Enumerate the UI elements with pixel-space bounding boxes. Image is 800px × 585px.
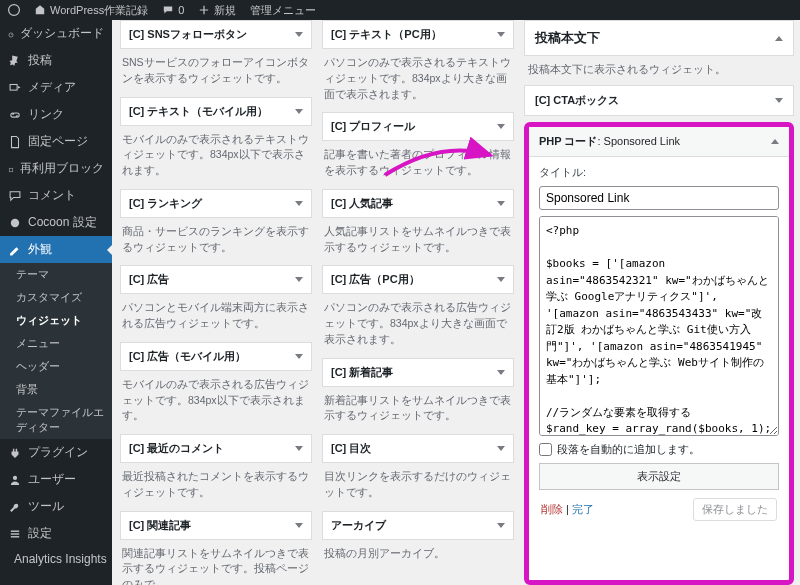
widget-title: [C] 新着記事 (331, 365, 393, 380)
available-widget[interactable]: [C] 人気記事 (322, 189, 514, 218)
new-content[interactable]: 新規 (198, 3, 236, 18)
widget-title: [C] SNSフォローボタン (129, 27, 247, 42)
comments-count[interactable]: 0 (162, 4, 184, 16)
widget-description: 関連記事リストをサムネイルつきで表示するウィジェットです。投稿ページのみで (120, 544, 312, 586)
chevron-down-icon (497, 124, 505, 129)
widget-title: [C] テキスト（PC用） (331, 27, 442, 42)
admin-menu-link[interactable]: 管理メニュー (250, 3, 316, 18)
admin-bar: WordPress作業記録 0 新規 管理メニュー (0, 0, 800, 20)
available-widget[interactable]: [C] 関連記事 (120, 511, 312, 540)
svg-point-0 (9, 5, 20, 16)
widget-description: パソコンのみで表示されるテキストウィジェットです。834pxより大きな画面で表示… (322, 53, 514, 108)
php-code-textarea[interactable]: <?php $books = ['[amazon asin="486354232… (539, 216, 779, 436)
submenu-widgets[interactable]: ウィジェット (0, 309, 112, 332)
menu-comments[interactable]: コメント (0, 182, 112, 209)
menu-analytics[interactable]: Analytics Insights (0, 547, 112, 571)
svg-rect-2 (10, 84, 17, 90)
chevron-down-icon (497, 446, 505, 451)
widget-title: [C] ランキング (129, 196, 202, 211)
available-widget[interactable]: [C] 広告 (120, 265, 312, 294)
menu-cocoon[interactable]: Cocoon 設定 (0, 209, 112, 236)
menu-pages[interactable]: 固定ページ (0, 128, 112, 155)
block-icon (8, 162, 14, 176)
menu-plugins[interactable]: プラグイン (0, 439, 112, 466)
svg-point-4 (11, 218, 19, 226)
submenu-themes[interactable]: テーマ (0, 263, 112, 286)
sidebar-area-desc: 投稿本文下に表示されるウィジェット。 (524, 56, 794, 85)
settings-icon (8, 527, 22, 541)
menu-users[interactable]: ユーザー (0, 466, 112, 493)
widget-title: [C] 広告（PC用） (331, 272, 420, 287)
available-widget[interactable]: [C] 目次 (322, 434, 514, 463)
menu-media[interactable]: メディア (0, 74, 112, 101)
widget-description: 商品・サービスのランキングを表示するウィジェットです。 (120, 222, 312, 262)
cocoon-icon (8, 216, 22, 230)
available-widget[interactable]: [C] SNSフォローボタン (120, 20, 312, 49)
submenu-background[interactable]: 背景 (0, 378, 112, 401)
chevron-down-icon (295, 523, 303, 528)
widget-title: [C] プロフィール (331, 119, 415, 134)
comment-icon (8, 189, 22, 203)
site-title[interactable]: WordPress作業記録 (34, 3, 148, 18)
page-icon (8, 135, 22, 149)
available-widget[interactable]: [C] テキスト（PC用） (322, 20, 514, 49)
widget-description: パソコンとモバイル端末両方に表示される広告ウィジェットです。 (120, 298, 312, 338)
available-widget[interactable]: [C] プロフィール (322, 112, 514, 141)
chevron-up-icon (775, 36, 783, 41)
submenu-header[interactable]: ヘッダー (0, 355, 112, 378)
widgets-screen: [C] SNSフォローボタンSNSサービスのフォローアイコンボタンを表示するウィ… (112, 20, 800, 585)
widget-title-input[interactable] (539, 186, 779, 210)
widget-description: 人気記事リストをサムネイルつきで表示するウィジェットです。 (322, 222, 514, 262)
widget-title: [C] 関連記事 (129, 518, 191, 533)
svg-rect-6 (11, 530, 19, 531)
menu-tools[interactable]: ツール (0, 493, 112, 520)
done-link[interactable]: 完了 (572, 503, 594, 515)
chevron-down-icon (295, 446, 303, 451)
autop-checkbox[interactable] (539, 443, 552, 456)
sidebar-area-title[interactable]: 投稿本文下 (524, 20, 794, 56)
title-label: タイトル: (539, 165, 779, 180)
widget-description: 記事を書いた著者のプロフィール情報を表示するウィジェットです。 (322, 145, 514, 185)
widget-description: 新着記事リストをサムネイルつきで表示するウィジェットです。 (322, 391, 514, 431)
submenu-menus[interactable]: メニュー (0, 332, 112, 355)
chevron-down-icon (775, 98, 783, 103)
available-widgets: [C] SNSフォローボタンSNSサービスのフォローアイコンボタンを表示するウィ… (120, 20, 514, 585)
chevron-down-icon (497, 277, 505, 282)
available-widget[interactable]: アーカイブ (322, 511, 514, 540)
chevron-down-icon (295, 277, 303, 282)
wp-logo[interactable] (8, 4, 20, 16)
menu-links[interactable]: リンク (0, 101, 112, 128)
appearance-submenu: テーマ カスタマイズ ウィジェット メニュー ヘッダー 背景 テーマファイルエデ… (0, 263, 112, 439)
widget-editor-header[interactable]: PHP コード: Sponsored Link (529, 127, 789, 157)
available-widget[interactable]: [C] 新着記事 (322, 358, 514, 387)
chevron-down-icon (295, 201, 303, 206)
available-widget[interactable]: [C] ランキング (120, 189, 312, 218)
widget-description: SNSサービスのフォローアイコンボタンを表示するウィジェットです。 (120, 53, 312, 93)
submenu-customize[interactable]: カスタマイズ (0, 286, 112, 309)
widget-cta-box[interactable]: [C] CTAボックス (524, 85, 794, 116)
media-icon (8, 81, 22, 95)
chevron-down-icon (295, 32, 303, 37)
svg-point-5 (13, 475, 17, 479)
available-widget[interactable]: [C] テキスト（モバイル用） (120, 97, 312, 126)
chevron-down-icon (497, 32, 505, 37)
widget-title: [C] 人気記事 (331, 196, 393, 211)
widget-description: パソコンのみで表示される広告ウィジェットです。834pxより大きな画面で表示され… (322, 298, 514, 353)
menu-posts[interactable]: 投稿 (0, 47, 112, 74)
submenu-theme-editor[interactable]: テーマファイルエディター (0, 401, 112, 439)
autop-label: 段落を自動的に追加します。 (557, 442, 700, 457)
menu-appearance[interactable]: 外観 (0, 236, 112, 263)
menu-reusable-blocks[interactable]: 再利用ブロック (0, 155, 112, 182)
chevron-up-icon (771, 139, 779, 144)
menu-dashboard[interactable]: ダッシュボード (0, 20, 112, 47)
available-widget[interactable]: [C] 広告（モバイル用） (120, 342, 312, 371)
display-settings-button[interactable]: 表示設定 (539, 463, 779, 490)
chevron-down-icon (295, 354, 303, 359)
menu-settings[interactable]: 設定 (0, 520, 112, 547)
available-widget[interactable]: [C] 広告（PC用） (322, 265, 514, 294)
svg-rect-7 (11, 533, 19, 534)
chevron-down-icon (295, 109, 303, 114)
delete-link[interactable]: 削除 (541, 503, 563, 515)
available-widget[interactable]: [C] 最近のコメント (120, 434, 312, 463)
widget-description: 投稿の月別アーカイブ。 (322, 544, 514, 568)
